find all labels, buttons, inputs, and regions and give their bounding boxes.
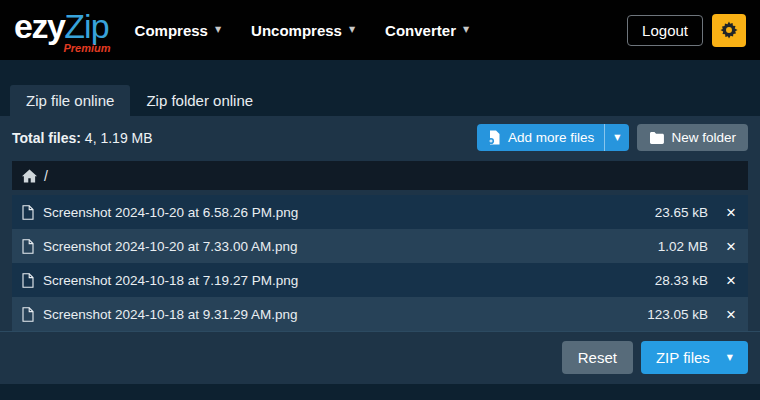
add-more-files-button[interactable]: Add more files — [477, 124, 604, 151]
add-more-files-dropdown-toggle[interactable]: ▼ — [605, 124, 629, 151]
remove-file-icon[interactable]: × — [724, 238, 738, 255]
file-row: Screenshot 2024-10-18 at 9.31.29 AM.png … — [12, 297, 748, 331]
file-size: 123.05 kB — [647, 307, 708, 322]
file-size: 28.33 kB — [655, 273, 708, 288]
settings-button[interactable] — [712, 14, 746, 47]
nav-menus: Compress ▼ Uncompress ▼ Converter ▼ — [135, 22, 470, 39]
menu-converter-label: Converter — [385, 22, 456, 39]
file-icon — [22, 205, 34, 220]
chevron-down-icon: ▼ — [727, 354, 733, 362]
file-row: Screenshot 2024-10-20 at 6.58.26 PM.png … — [12, 195, 748, 229]
toolbar-buttons: Add more files ▼ New folder — [477, 124, 748, 151]
breadcrumb: / — [12, 161, 748, 190]
file-size: 1.02 MB — [658, 239, 708, 254]
chevron-down-icon: ▼ — [349, 26, 355, 34]
file-name: Screenshot 2024-10-20 at 7.33.00 AM.png — [43, 239, 658, 254]
menu-uncompress[interactable]: Uncompress ▼ — [251, 22, 355, 39]
file-icon — [22, 307, 34, 322]
chevron-down-icon: ▼ — [215, 26, 221, 34]
file-list: Screenshot 2024-10-20 at 6.58.26 PM.png … — [12, 195, 748, 331]
zip-files-button[interactable]: ZIP files ▼ — [641, 341, 748, 374]
navbar-right: Logout — [627, 14, 746, 47]
menu-converter[interactable]: Converter ▼ — [385, 22, 469, 39]
tab-zip-file-online[interactable]: Zip file online — [10, 85, 130, 116]
toolbar: Total files: 4, 1.19 MB Add more files — [0, 116, 760, 159]
remove-file-icon[interactable]: × — [724, 204, 738, 221]
menu-uncompress-label: Uncompress — [251, 22, 342, 39]
total-files-summary: Total files: 4, 1.19 MB — [12, 130, 153, 146]
chevron-down-icon: ▼ — [463, 26, 469, 34]
file-name: Screenshot 2024-10-18 at 9.31.29 AM.png — [43, 307, 647, 322]
remove-file-icon[interactable]: × — [724, 272, 738, 289]
file-row: Screenshot 2024-10-20 at 7.33.00 AM.png … — [12, 229, 748, 263]
new-folder-button[interactable]: New folder — [637, 124, 748, 151]
file-plus-icon — [487, 130, 501, 145]
reset-button[interactable]: Reset — [562, 341, 633, 374]
breadcrumb-path[interactable]: / — [44, 168, 48, 184]
new-folder-label: New folder — [671, 130, 736, 145]
add-more-files-label: Add more files — [508, 130, 594, 145]
file-icon — [22, 273, 34, 288]
premium-badge: Premium — [63, 43, 110, 54]
remove-file-icon[interactable]: × — [724, 306, 738, 323]
zip-files-label: ZIP files — [656, 349, 710, 366]
tab-bar: Zip file online Zip folder online — [10, 85, 760, 116]
total-files-label: Total files: — [12, 130, 81, 146]
logo-text-zip: Zip — [64, 7, 108, 45]
menu-compress-label: Compress — [135, 22, 208, 39]
file-size: 23.65 kB — [655, 205, 708, 220]
logout-button[interactable]: Logout — [627, 15, 703, 46]
home-icon[interactable] — [22, 169, 37, 183]
gear-icon — [720, 21, 738, 39]
tab-zip-folder-online[interactable]: Zip folder online — [130, 85, 269, 116]
add-more-files-split-button: Add more files ▼ — [477, 124, 629, 151]
logo-text-ezy: ezy — [14, 7, 64, 45]
file-icon — [22, 239, 34, 254]
total-files-value: 4, 1.19 MB — [85, 130, 153, 146]
menu-compress[interactable]: Compress ▼ — [135, 22, 222, 39]
folder-icon — [649, 131, 664, 144]
ezyzip-logo[interactable]: ezyZip Premium — [14, 9, 109, 51]
zip-panel: Total files: 4, 1.19 MB Add more files — [0, 116, 760, 384]
file-name: Screenshot 2024-10-18 at 7.19.27 PM.png — [43, 273, 655, 288]
panel-footer: Reset ZIP files ▼ — [0, 331, 760, 384]
navbar: ezyZip Premium Compress ▼ Uncompress ▼ C… — [0, 0, 760, 60]
file-row: Screenshot 2024-10-18 at 7.19.27 PM.png … — [12, 263, 748, 297]
file-name: Screenshot 2024-10-20 at 6.58.26 PM.png — [43, 205, 655, 220]
chevron-down-icon: ▼ — [614, 134, 620, 142]
